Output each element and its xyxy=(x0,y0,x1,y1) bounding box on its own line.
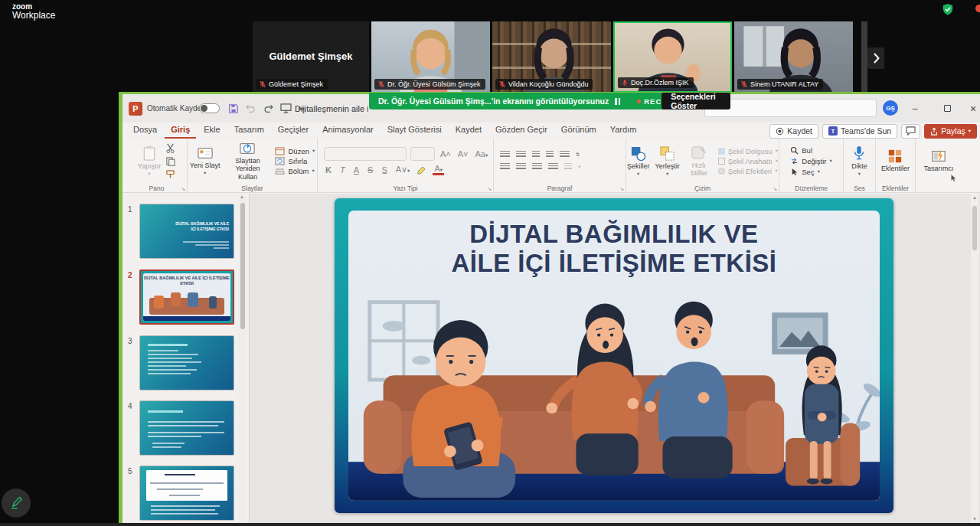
layout-button[interactable]: Düzen▾ xyxy=(275,147,315,155)
shapes-button[interactable]: Şekiller▾ xyxy=(627,145,650,177)
tab-kaydet[interactable]: Kaydet xyxy=(449,123,488,137)
close-button[interactable]: × xyxy=(962,94,980,123)
scroll-down-arrow-icon[interactable]: ▼ xyxy=(972,517,977,521)
reuse-slides-button[interactable]: Slayttan Yeniden Kullan xyxy=(226,141,269,181)
annotate-button[interactable] xyxy=(2,488,31,518)
convert-smartart-icon[interactable]: ▾ xyxy=(578,164,580,170)
redo-icon[interactable] xyxy=(263,94,274,123)
reset-button[interactable]: Sıfırla xyxy=(275,157,315,165)
thumbnail-scrollbar[interactable]: ▲ xyxy=(239,194,246,523)
format-painter-icon[interactable] xyxy=(165,169,175,179)
tab-tasarim[interactable]: Tasarım xyxy=(228,123,270,137)
italic-button[interactable]: T xyxy=(338,165,347,175)
font-color-button[interactable]: A▾ xyxy=(433,165,444,175)
replace-button[interactable]: Değiştir▾ xyxy=(790,157,831,165)
text-shadow-button[interactable]: S̲ xyxy=(380,165,388,175)
participant-name-badge: Dr. Öğr. Üyesi Gülsüm Şimşek xyxy=(374,79,485,90)
find-button[interactable]: Bul xyxy=(790,146,831,155)
dialog-launcher-icon[interactable]: ↘ xyxy=(773,186,777,192)
slideshow-icon[interactable] xyxy=(280,94,292,123)
slide-thumbnail-4[interactable] xyxy=(139,400,234,456)
text-direction-icon[interactable]: ⇅ xyxy=(576,152,580,158)
line-spacing-icon[interactable] xyxy=(560,151,570,158)
scroll-up-arrow-icon[interactable]: ▲ xyxy=(972,195,977,200)
record-button[interactable]: Kaydet xyxy=(769,124,818,139)
workplace-logo-text: Workplace xyxy=(12,11,55,21)
save-icon[interactable] xyxy=(228,94,239,123)
strikethrough-button[interactable]: S xyxy=(366,165,374,175)
autosave-toggle-off[interactable] xyxy=(199,103,220,113)
grow-font-button[interactable]: A˄ xyxy=(439,149,452,158)
tab-slayt-gosterisi[interactable]: Slayt Gösterisi xyxy=(381,123,448,137)
slide-thumbnail-5[interactable] xyxy=(139,466,234,521)
tab-giris[interactable]: Giriş xyxy=(165,123,196,139)
character-spacing-button[interactable]: A∨▾ xyxy=(394,165,412,175)
slide-thumbnail-2-selected[interactable]: DİJTAL BAĞIMLILIK VE AİLE İÇİ İLETİŞİME … xyxy=(139,270,234,325)
participant-tile-ozlem-active-speaker[interactable]: Doç.Dr.Özlem IŞIK xyxy=(613,21,732,93)
copy-icon[interactable] xyxy=(165,156,175,166)
participant-tile-guldemet[interactable]: Güldemet Şimşek Güldemet Şimşek xyxy=(253,21,369,93)
bold-button[interactable]: K xyxy=(324,165,333,175)
slide-thumbnail-1[interactable]: DİJİTAL BAĞIMLILIK VE AİLE İÇİ İLETİŞİME… xyxy=(139,204,234,259)
tab-gozden-gecir[interactable]: Gözden Geçir xyxy=(489,123,554,137)
addins-button[interactable]: Eklentiler xyxy=(881,149,910,172)
decrease-indent-icon[interactable] xyxy=(532,151,540,158)
quick-styles-button[interactable]: Hızlı Stiller xyxy=(685,145,713,178)
tab-ekle[interactable]: Ekle xyxy=(198,123,226,137)
minimize-button[interactable]: – xyxy=(903,94,926,123)
new-slide-button[interactable]: Yeni Slayt▾ xyxy=(190,145,220,176)
tab-yardim[interactable]: Yardım xyxy=(604,123,643,137)
view-options-button[interactable]: Seçenekleri Göster xyxy=(662,93,730,109)
numbering-icon[interactable] xyxy=(516,151,526,158)
dictate-button[interactable]: Dikte▾ xyxy=(851,145,867,177)
designer-button[interactable]: Tasarımcı xyxy=(923,149,953,172)
shape-fill-button[interactable]: Şekil Dolgusu▾ xyxy=(718,147,778,155)
participant-tile-vildan[interactable]: Vildan Koçoğlu Gündoğdu xyxy=(492,21,611,93)
current-slide[interactable]: DİJTAL BAĞIMLILIK VE AİLE İÇİ İLETİŞİME … xyxy=(335,198,893,513)
shape-outline-button[interactable]: Şekil Anahattı▾ xyxy=(718,157,778,165)
paste-button[interactable]: Yapıştır▾ xyxy=(138,145,161,177)
select-button[interactable]: Seç▾ xyxy=(790,168,831,176)
align-left-icon[interactable] xyxy=(500,163,510,171)
account-avatar[interactable]: GŞ xyxy=(883,100,898,116)
align-right-icon[interactable] xyxy=(532,163,542,171)
group-eklentiler: Eklentiler Eklentiler xyxy=(876,139,916,193)
columns-icon[interactable] xyxy=(564,163,572,171)
scrollbar-thumb[interactable] xyxy=(972,206,977,250)
slide-thumbnail-3[interactable] xyxy=(139,335,234,390)
present-in-teams-button[interactable]: T Teams'de Sun xyxy=(822,124,897,139)
arrange-button[interactable]: Yerleştir▾ xyxy=(655,145,679,177)
tab-gorunum[interactable]: Görünüm xyxy=(555,123,603,137)
section-button[interactable]: Bölüm▾ xyxy=(275,167,315,175)
comments-button[interactable] xyxy=(901,124,920,139)
scrollbar-thumb[interactable] xyxy=(240,203,245,329)
participant-tile-sinem[interactable]: Sinem UTANIR ALTAY xyxy=(734,21,853,93)
tab-animasyonlar[interactable]: Animasyonlar xyxy=(316,123,380,137)
font-size-combo[interactable] xyxy=(410,147,435,161)
underline-button[interactable]: A xyxy=(352,165,361,175)
increase-indent-icon[interactable] xyxy=(546,151,554,158)
share-button[interactable]: Paylaş ▾ xyxy=(924,124,977,139)
change-case-button[interactable]: Aa▾ xyxy=(474,149,490,158)
participant-tile-gulsum[interactable]: Dr. Öğr. Üyesi Gülsüm Şimşek xyxy=(371,21,490,93)
tab-gecisler[interactable]: Geçişler xyxy=(272,123,315,137)
next-participants-button[interactable] xyxy=(867,47,884,69)
align-center-icon[interactable] xyxy=(516,163,526,171)
scroll-up-arrow-icon[interactable]: ▲ xyxy=(240,194,244,199)
maximize-button[interactable] xyxy=(936,94,959,123)
shrink-font-button[interactable]: A˅ xyxy=(456,149,470,158)
dialog-launcher-icon[interactable]: ↘ xyxy=(487,186,492,192)
slide-thumbnail-panel: 1 DİJİTAL BAĞIMLILIK VE AİLE İÇİ İLETİŞİ… xyxy=(122,194,250,523)
undo-icon[interactable] xyxy=(245,94,256,123)
bullets-icon[interactable] xyxy=(500,151,510,158)
shape-effects-button[interactable]: Şekil Efektleri▾ xyxy=(718,167,778,175)
dialog-launcher-icon[interactable]: ↘ xyxy=(619,186,624,192)
pause-share-icon[interactable] xyxy=(615,98,620,105)
tab-dosya[interactable]: Dosya xyxy=(127,123,163,137)
dialog-launcher-icon[interactable]: ↘ xyxy=(181,186,185,192)
justify-icon[interactable] xyxy=(548,163,558,171)
canvas-scrollbar[interactable]: ▲ ▼ xyxy=(971,194,978,523)
cut-icon[interactable] xyxy=(165,143,175,153)
font-name-combo[interactable] xyxy=(324,147,407,161)
highlight-color-button[interactable] xyxy=(416,165,427,175)
